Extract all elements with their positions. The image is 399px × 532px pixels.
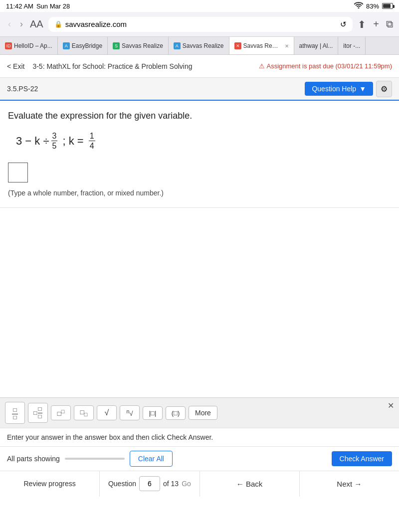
k-equals: ; k = (59, 135, 86, 148)
nth-root-btn[interactable]: n√ (120, 405, 140, 420)
tab-favicon-easybridge: A (63, 42, 70, 49)
address-bar[interactable]: 🔒 savvasrealize.com ↺ (48, 17, 353, 32)
overdue-notice: ⚠ Assignment is past due (03/01/21 11:59… (259, 62, 392, 70)
fraction-btn[interactable]: □ □ (5, 402, 25, 423)
share-icon[interactable]: ⬆ (358, 18, 366, 30)
main-content: Evaluate the expression for the given va… (0, 101, 399, 207)
k-frac-numerator: 1 (89, 131, 95, 141)
back-section[interactable]: ← Back (200, 471, 300, 497)
back-button[interactable]: ← Back (236, 480, 263, 488)
reader-mode-button[interactable]: AA (30, 18, 43, 30)
next-section[interactable]: Next → (300, 471, 399, 497)
question-header: 3.5.PS-22 Question Help ▼ ⚙ (0, 78, 399, 101)
more-button[interactable]: More (189, 406, 217, 420)
browser-chrome: ‹ › AA 🔒 savvasrealize.com ↺ ⬆ + ⧉ (0, 12, 399, 37)
assignment-title: 3-5: MathXL for School: Practice & Probl… (32, 62, 192, 70)
forward-nav-button[interactable]: › (18, 19, 25, 29)
tab-favicon-helloid: ID (5, 42, 12, 49)
k-fraction: 1 4 (89, 131, 95, 151)
check-answer-button[interactable]: Check Answer (332, 451, 392, 466)
tab-favicon-savvas1: S (113, 42, 120, 49)
question-nav-section: Question of 13 Go (100, 471, 200, 497)
warning-icon: ⚠ (259, 62, 265, 70)
progress-indicator (65, 458, 125, 460)
tab-savvas1[interactable]: S Savvas Realize (108, 37, 169, 55)
tab-helloid[interactable]: ID HelloID – Ap... (0, 37, 58, 55)
back-nav-button[interactable]: ‹ (6, 19, 13, 29)
sqrt-btn[interactable]: √ (97, 405, 117, 420)
tab-label-easybridge: EasyBridge (72, 42, 102, 49)
tab-savvas2[interactable]: A Savvas Realize (169, 37, 229, 55)
bottom-bar: All parts showing Clear All Check Answer (0, 446, 399, 471)
url-text: savvasrealize.com (65, 20, 127, 28)
subscript-btn[interactable]: □□ (74, 405, 94, 420)
tab-favicon-active: ✕ (234, 42, 241, 49)
tab-label-savvas1: Savvas Realize (122, 42, 163, 49)
fraction-denominator: 5 (51, 141, 58, 151)
battery-display: 83% (366, 2, 379, 10)
status-bar: 11:42 AM Sun Mar 28 83% (0, 0, 399, 12)
tab-label-savvas2: Savvas Realize (183, 42, 224, 49)
add-tab-icon[interactable]: + (373, 18, 379, 30)
math-toolbar-container: ✕ □ □ □□□ □□ □□ √ n√ |□| (□) More (0, 397, 399, 427)
superscript-btn[interactable]: □□ (51, 405, 71, 420)
tabs-icon[interactable]: ⧉ (386, 18, 393, 30)
all-parts-label: All parts showing (7, 455, 60, 463)
date-display: Sun Mar 28 (36, 2, 70, 10)
clear-all-button[interactable]: Clear All (130, 451, 173, 467)
paren-btn[interactable]: (□) (166, 406, 186, 420)
fraction-numerator: 3 (51, 131, 58, 141)
math-toolbar: □ □ □□□ □□ □□ √ n√ |□| (□) More (5, 402, 394, 423)
reload-icon[interactable]: ↺ (340, 20, 347, 29)
of-label: of 13 (163, 480, 179, 488)
wifi-icon (354, 2, 363, 10)
main-fraction: 3 5 (51, 131, 58, 151)
next-button[interactable]: Next → (337, 480, 362, 488)
instruction-text: Enter your answer in the answer box and … (7, 433, 213, 441)
app-header: < Exit 3-5: MathXL for School: Practice … (0, 55, 399, 78)
tab-savvas-active[interactable]: ✕ Savvas Realize ✕ (229, 37, 294, 55)
tab-itor[interactable]: itor -... (338, 37, 366, 55)
lock-icon: 🔒 (54, 20, 62, 28)
expression-prefix: 3 − k ÷ (16, 135, 49, 148)
answer-hint: (Type a whole number, fraction, or mixed… (8, 189, 164, 197)
review-progress-section[interactable]: Review progress (0, 471, 100, 497)
tab-easybridge[interactable]: A EasyBridge (58, 37, 108, 55)
k-frac-denominator: 4 (89, 141, 95, 151)
settings-icon: ⚙ (381, 85, 388, 93)
math-expression: 3 − k ÷ 3 5 ; k = 1 4 (16, 131, 391, 151)
tab-favicon-savvas2: A (174, 42, 181, 49)
toolbar-close-button[interactable]: ✕ (388, 401, 394, 410)
review-progress-button[interactable]: Review progress (23, 480, 75, 488)
tab-pathway[interactable]: athway | Al... (294, 37, 339, 55)
question-navigator: Question of 13 Go (108, 476, 191, 491)
battery-icon (382, 3, 393, 9)
abs-btn[interactable]: |□| (143, 406, 163, 420)
go-button[interactable]: Go (182, 480, 191, 488)
browser-toolbar: ⬆ + ⧉ (358, 18, 393, 30)
question-id: 3.5.PS-22 (7, 85, 38, 93)
question-label: Question (108, 480, 136, 488)
question-instruction: Evaluate the expression for the given va… (8, 111, 391, 121)
nav-bar: Review progress Question of 13 Go ← Back… (0, 471, 399, 497)
exit-button[interactable]: < Exit (7, 62, 24, 70)
tab-label-helloid: HelloID – Ap... (14, 42, 52, 49)
help-dropdown-icon: ▼ (359, 85, 366, 93)
tab-close-icon[interactable]: ✕ (285, 43, 289, 49)
mixed-fraction-btn[interactable]: □□□ (28, 403, 48, 422)
question-number-input[interactable] (139, 476, 160, 491)
time-display: 11:42 AM (6, 2, 33, 10)
settings-button[interactable]: ⚙ (376, 81, 392, 97)
tab-label-pathway: athway | Al... (299, 42, 333, 49)
answer-input[interactable] (8, 163, 28, 182)
question-help-button[interactable]: Question Help ▼ (305, 82, 373, 96)
answer-area: (Type a whole number, fraction, or mixed… (8, 163, 391, 197)
question-help-label: Question Help (312, 85, 356, 93)
tabs-bar: ID HelloID – Ap... A EasyBridge S Savvas… (0, 37, 399, 55)
content-spacer (0, 208, 399, 397)
answer-instruction: Enter your answer in the answer box and … (0, 428, 399, 446)
overdue-text: Assignment is past due (03/01/21 11:59pm… (267, 62, 392, 70)
tab-label-active: Savvas Realize (243, 42, 281, 49)
tab-label-itor: itor -... (343, 42, 360, 49)
